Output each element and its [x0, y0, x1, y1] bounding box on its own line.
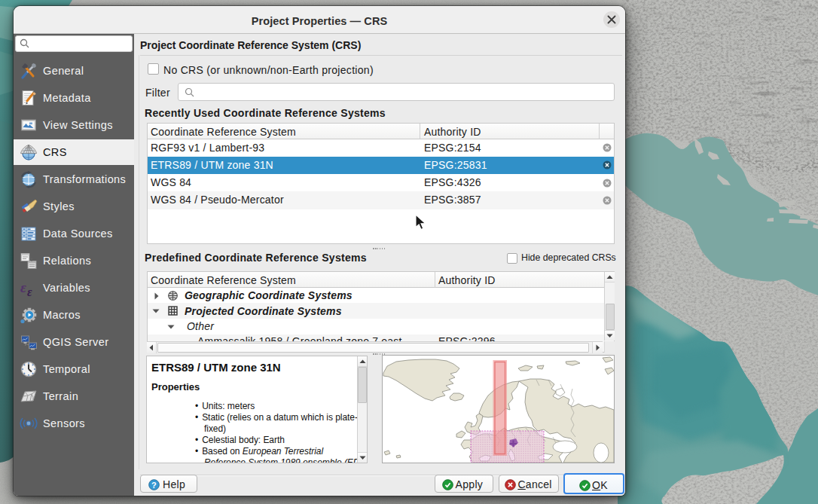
svg-text:ε: ε — [27, 286, 32, 297]
svg-text:ε: ε — [20, 279, 26, 295]
svg-text:?: ? — [151, 481, 157, 490]
